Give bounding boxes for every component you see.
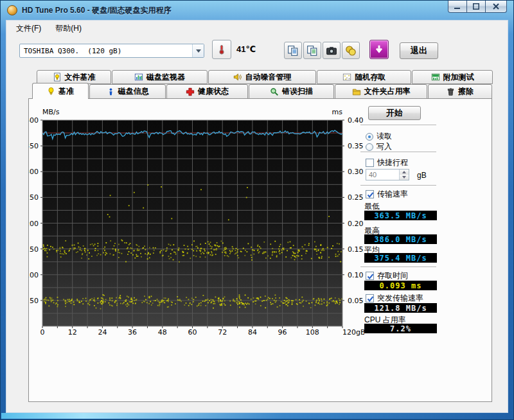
copy-text-button[interactable]: [284, 42, 302, 59]
menu-help[interactable]: 帮助(H): [48, 21, 89, 37]
spinner-up-button[interactable]: [400, 170, 409, 175]
access-time-dot: [235, 254, 236, 255]
access-time-dot: [85, 301, 87, 302]
access-time-dot: [89, 299, 91, 301]
tab-erase[interactable]: 擦除: [428, 84, 492, 99]
tab-label: 随机存取: [355, 72, 386, 83]
tab-health[interactable]: 健康状态: [166, 84, 247, 99]
access-time-dot: [118, 257, 120, 258]
copy-image-button[interactable]: [303, 42, 321, 59]
access-time-dot: [280, 244, 281, 245]
titlebar[interactable]: HD Tune Pro 5.60 - 硬盘/固态硬盘实用程序: [1, 1, 513, 20]
access-time-dot: [104, 250, 105, 251]
tab-disk-monitor[interactable]: 磁盘监视器: [112, 70, 208, 84]
access-time-dot: [323, 249, 324, 250]
exit-button[interactable]: 退出: [400, 42, 438, 59]
access-time-dot: [224, 303, 225, 304]
short-stroke-size-spinner[interactable]: 40: [366, 169, 409, 180]
tab-extra-tests[interactable]: 附加测试: [412, 70, 493, 84]
tab-random-access[interactable]: 随机存取: [317, 70, 411, 84]
download-button[interactable]: [369, 40, 389, 59]
tab-label: 文件基准: [65, 72, 96, 83]
menu-file[interactable]: 文件(F): [9, 21, 48, 37]
x-tick-label: 96: [278, 328, 287, 337]
short-stroke-checkbox[interactable]: 快捷行程: [366, 157, 408, 168]
tab-folder-usage[interactable]: 文件夹占用率: [335, 84, 427, 99]
tab-file-benchmark[interactable]: 文件基准: [37, 70, 111, 84]
access-time-dot: [46, 250, 47, 252]
access-time-dot: [137, 256, 139, 257]
access-time-dot: [82, 298, 84, 299]
start-button[interactable]: 开始: [368, 106, 421, 120]
access-time-dot: [302, 301, 303, 302]
access-time-dot: [44, 249, 46, 250]
access-time-dot: [195, 246, 197, 247]
access-time-dot: [126, 242, 127, 243]
access-time-dot: [315, 301, 317, 302]
tab-aam[interactable]: 自动噪音管理: [208, 70, 317, 84]
access-time-dot: [184, 245, 185, 246]
access-time-checkbox[interactable]: 存取时间: [366, 270, 408, 281]
access-time-dot: [116, 303, 118, 304]
access-time-dot: [226, 247, 227, 249]
access-time-dot: [224, 255, 226, 256]
access-time-dot: [246, 197, 247, 198]
access-time-dot: [147, 258, 148, 259]
tab-label: 自动噪音管理: [245, 72, 292, 83]
access-time-dot: [134, 258, 136, 259]
access-time-dot: [239, 295, 240, 296]
access-time-dot: [168, 301, 169, 302]
access-time-dot: [69, 301, 71, 302]
save-button[interactable]: [342, 42, 360, 59]
avg-value: 375.4 MB/s: [364, 253, 437, 263]
menubar: 文件(F) 帮助(H): [6, 21, 508, 37]
access-time-dot: [294, 259, 296, 261]
access-time-dot: [339, 298, 340, 299]
access-time-dot: [103, 295, 105, 296]
access-time-dot: [86, 254, 87, 256]
transfer-rate-checkbox[interactable]: 传输速率: [366, 189, 408, 200]
toolbar: TOSHIBA Q300. (120 gB) 41℃: [6, 37, 508, 66]
benchmark-bulb-icon: [47, 87, 55, 96]
access-time-dot: [140, 253, 141, 254]
drive-selector[interactable]: TOSHIBA Q300. (120 gB): [19, 44, 204, 58]
tab-benchmark[interactable]: 基准: [32, 83, 89, 99]
access-time-dot: [47, 252, 48, 254]
close-button[interactable]: [485, 1, 507, 13]
access-time-dot: [244, 304, 245, 306]
access-time-dot: [145, 253, 146, 254]
burst-rate-checkbox[interactable]: 突发传输速率: [366, 293, 423, 304]
access-time-dot: [110, 195, 111, 197]
access-time-dot: [215, 303, 216, 304]
access-time-dot: [172, 249, 173, 250]
start-button-label: 开始: [386, 107, 403, 119]
access-time-dot: [43, 245, 44, 247]
access-time-dot: [200, 250, 201, 251]
tab-error-scan[interactable]: 错误扫描: [249, 84, 335, 99]
access-time-dot: [144, 295, 145, 297]
tab-disk-info[interactable]: 磁盘信息: [89, 84, 166, 99]
access-time-dot: [91, 298, 93, 299]
access-time-dot: [78, 243, 79, 244]
spinner-down-button[interactable]: [400, 175, 409, 180]
combo-dropdown-button[interactable]: [192, 44, 204, 57]
access-time-dot: [118, 244, 120, 245]
access-time-dot: [60, 250, 61, 252]
read-radio[interactable]: 读取: [366, 131, 392, 142]
access-time-dot: [215, 249, 216, 250]
access-time-dot: [98, 243, 99, 244]
screenshot-button[interactable]: [323, 42, 341, 59]
access-time-dot: [251, 254, 252, 256]
access-time-dot: [220, 301, 221, 302]
access-time-dot: [292, 301, 294, 302]
access-time-dot: [161, 186, 162, 188]
access-time-dot: [67, 299, 69, 301]
maximize-button[interactable]: [466, 1, 486, 13]
access-time-dot: [274, 300, 275, 301]
access-time-dot: [56, 250, 57, 251]
access-time-dot: [135, 303, 136, 304]
write-radio[interactable]: 写入: [366, 141, 392, 152]
minimize-button[interactable]: [448, 1, 467, 13]
temperature-button[interactable]: [212, 40, 231, 59]
access-time-dot: [75, 248, 76, 249]
